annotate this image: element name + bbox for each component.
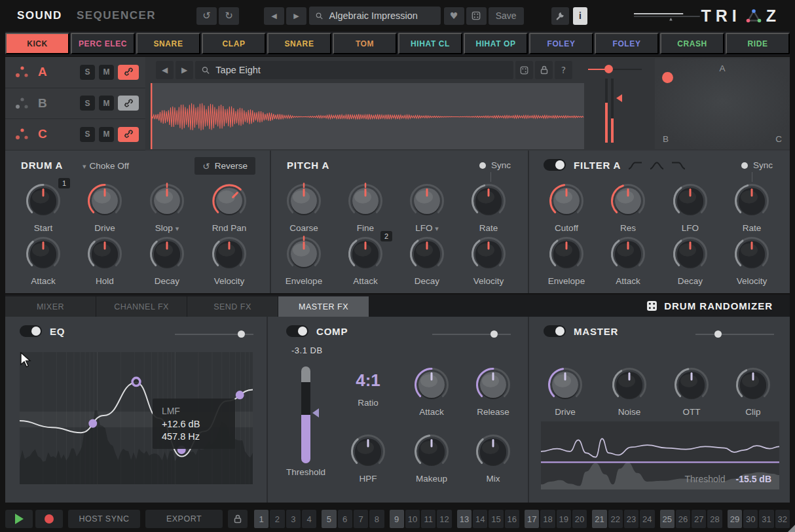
output-volume-slider[interactable] (632, 9, 701, 23)
bandpass-icon[interactable] (649, 161, 665, 170)
knob-coarse[interactable]: Coarse (276, 183, 332, 233)
next-preset-button[interactable]: ▶ (286, 7, 306, 25)
knob-decay[interactable]: Decay (662, 236, 718, 286)
lowpass-icon[interactable] (671, 161, 686, 170)
step-26[interactable]: 26 (676, 510, 690, 528)
settings-wrench-button[interactable] (551, 7, 569, 25)
step-16[interactable]: 16 (505, 510, 519, 528)
drum-pad-crash[interactable]: CRASH (660, 33, 724, 54)
step-31[interactable]: 31 (759, 510, 773, 528)
lock-sample-button[interactable] (535, 61, 553, 79)
knob-attack[interactable]: Attack (403, 366, 460, 417)
step-21[interactable]: 21 (592, 510, 606, 528)
drum-pad-hihat-cl[interactable]: HIHAT CL (398, 33, 462, 54)
undo-button[interactable]: ↺ (196, 7, 217, 25)
step-15[interactable]: 15 (489, 510, 503, 528)
step-5[interactable]: 5 (322, 510, 336, 528)
layer-pan-slider[interactable] (588, 65, 642, 74)
step-28[interactable]: 28 (707, 510, 722, 528)
step-12[interactable]: 12 (437, 510, 451, 528)
preset-search[interactable] (309, 7, 441, 25)
step-13[interactable]: 13 (457, 510, 471, 528)
random-preset-button[interactable] (466, 7, 487, 25)
step-6[interactable]: 6 (338, 510, 352, 528)
drum-pad-snare[interactable]: SNARE (136, 33, 200, 54)
step-8[interactable]: 8 (369, 510, 384, 528)
comp-mix-slider[interactable] (432, 330, 511, 338)
sample-search-input[interactable] (214, 64, 507, 76)
reverse-button[interactable]: ↺ Reverse (194, 157, 255, 175)
pitch-sync-toggle[interactable]: Sync (479, 160, 511, 170)
step-22[interactable]: 22 (608, 510, 623, 528)
step-27[interactable]: 27 (692, 510, 706, 528)
tab-sequencer[interactable]: SEQUENCER (77, 9, 156, 22)
tab-sound[interactable]: SOUND (17, 9, 62, 22)
mute-button[interactable]: M (99, 96, 114, 111)
drum-pad-clap[interactable]: CLAP (202, 33, 266, 54)
drum-pad-snare[interactable]: SNARE (267, 33, 331, 54)
next-sample-button[interactable]: ▶ (176, 61, 193, 79)
knob-rate[interactable]: Rate (724, 183, 780, 233)
solo-button[interactable]: S (80, 65, 95, 80)
eq-graph[interactable]: LMF +12.6 dB 457.8 Hz (20, 352, 253, 484)
highpass-icon[interactable] (627, 161, 643, 170)
knob-clip[interactable]: Clip (725, 366, 781, 417)
mute-button[interactable]: M (99, 65, 114, 80)
step-14[interactable]: 14 (473, 510, 487, 528)
knob-envelope[interactable]: Envelope (538, 236, 595, 286)
knob-decay[interactable]: Decay (139, 236, 195, 286)
knob-attack[interactable]: Attack (600, 236, 656, 286)
prev-preset-button[interactable]: ◀ (264, 7, 284, 25)
waveform-display[interactable] (151, 83, 584, 149)
step-1[interactable]: 1 (254, 510, 268, 528)
help-button[interactable]: ? (555, 61, 572, 79)
link-button[interactable] (118, 127, 139, 142)
knob-hpf[interactable]: HPF (340, 433, 396, 484)
sample-search[interactable] (195, 61, 513, 79)
step-3[interactable]: 3 (286, 510, 301, 528)
drum-pad-tom[interactable]: TOM (333, 33, 397, 54)
eq-point[interactable] (88, 419, 97, 428)
step-17[interactable]: 17 (525, 510, 539, 528)
tab-master-fx[interactable]: MASTER FX (278, 296, 369, 317)
knob-velocity[interactable]: Velocity (724, 236, 780, 286)
step-11[interactable]: 11 (421, 510, 435, 528)
record-button[interactable] (35, 510, 63, 528)
mute-button[interactable]: M (99, 127, 114, 142)
link-button[interactable] (118, 96, 139, 111)
knob-mix[interactable]: Mix (465, 433, 521, 484)
volume-handle[interactable] (669, 18, 673, 21)
tab-send-fx[interactable]: SEND FX (187, 296, 278, 317)
drum-randomizer-button[interactable]: DRUM RANDOMIZER (646, 294, 773, 317)
layer-row-b[interactable]: BSM (5, 88, 145, 120)
save-button[interactable]: Save (489, 7, 524, 25)
ratio-value[interactable]: 4:1 (342, 370, 394, 391)
drum-pad-perc-elec[interactable]: PERC ELEC (71, 33, 135, 54)
slider-handle[interactable] (238, 330, 245, 338)
tab-mixer[interactable]: MIXER (5, 296, 96, 317)
layer-xy-pad[interactable]: A B C (655, 58, 790, 149)
pattern-lock-button[interactable] (228, 510, 248, 528)
comp-enable-toggle[interactable] (286, 325, 308, 337)
slider-handle[interactable] (714, 330, 722, 338)
preset-search-input[interactable] (327, 10, 434, 22)
threshold-slider[interactable] (301, 366, 310, 463)
step-30[interactable]: 30 (743, 510, 758, 528)
drum-pad-ride[interactable]: RIDE (726, 33, 790, 54)
export-button[interactable]: EXPORT (145, 510, 223, 528)
filter-enable-toggle[interactable] (544, 159, 566, 171)
drum-pad-foley[interactable]: FOLEY (529, 33, 593, 54)
layer-row-c[interactable]: CSM (5, 119, 145, 151)
step-29[interactable]: 29 (728, 510, 742, 528)
step-2[interactable]: 2 (270, 510, 284, 528)
knob-ott[interactable]: OTT (663, 366, 720, 417)
eq-point-selected[interactable] (132, 378, 140, 385)
knob-velocity[interactable]: Velocity (460, 236, 517, 286)
xy-cursor[interactable] (662, 72, 673, 83)
host-sync-button[interactable]: HOST SYNC (68, 510, 140, 528)
knob-decay[interactable]: Decay (399, 236, 455, 286)
knob-lfo[interactable]: LFO ▾ (399, 183, 455, 233)
drum-pad-kick[interactable]: KICK (5, 33, 69, 54)
knob-attack[interactable]: 2Attack (337, 236, 394, 286)
drum-pad-foley[interactable]: FOLEY (595, 33, 659, 54)
